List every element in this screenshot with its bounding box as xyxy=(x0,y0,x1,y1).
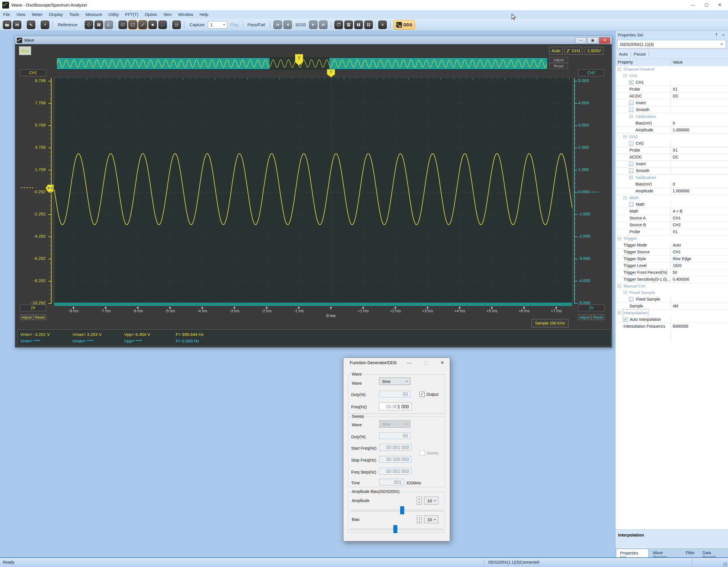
layers-icon[interactable] xyxy=(172,21,181,29)
tab-filter[interactable]: Filter xyxy=(682,549,698,557)
sample-rate-button[interactable]: Sample 100 KHz xyxy=(531,319,569,328)
toolbar-grip[interactable] xyxy=(52,21,53,28)
fg-freq-step-input[interactable]: 00 001 000 xyxy=(379,468,412,475)
fg-bias-slider-thumb[interactable] xyxy=(393,525,397,533)
capture-count-select[interactable]: 1 xyxy=(208,21,227,28)
auto-trigger-mode-button[interactable]: Auto xyxy=(549,47,563,55)
menu-measure[interactable]: Measure xyxy=(82,10,105,19)
menu-display[interactable]: Display xyxy=(46,10,66,19)
collapse-toggle-icon[interactable] xyxy=(629,115,633,118)
auto-button[interactable]: Auto xyxy=(619,52,628,56)
ch2-reset-button[interactable]: Reset xyxy=(592,315,604,320)
property-row[interactable]: Sample4M xyxy=(615,303,728,310)
color-grid-icon[interactable] xyxy=(158,21,167,29)
fg-sweep-checkbox[interactable]: Sweep xyxy=(420,451,439,456)
fg-amplitude-slider-thumb[interactable] xyxy=(400,506,404,514)
collapse-toggle-icon[interactable] xyxy=(617,285,621,288)
property-row[interactable]: Bias(mV)0 xyxy=(615,120,728,127)
fg-close-icon[interactable]: ✕ xyxy=(439,360,445,366)
line-draw-icon[interactable] xyxy=(138,21,147,29)
checkbox-checked-icon[interactable]: ✓ xyxy=(629,80,633,85)
fg-dialog-titlebar[interactable]: Function Generator/DDS — ▢ ✕ xyxy=(343,358,450,368)
stop-icon[interactable] xyxy=(148,21,157,29)
checkbox-unchecked-icon[interactable] xyxy=(629,101,633,105)
help-icon[interactable]: ? xyxy=(41,21,49,29)
property-row[interactable]: ProbeX1 xyxy=(615,228,728,235)
property-row[interactable]: Trigger SourceCH1 xyxy=(615,249,728,255)
card-icon[interactable] xyxy=(118,21,127,29)
tile-grid-icon[interactable] xyxy=(364,21,373,29)
wave-close-icon[interactable]: ✕ xyxy=(599,37,610,44)
autoset-icon[interactable] xyxy=(85,21,93,29)
checkbox-checked-icon[interactable]: ✓ xyxy=(623,317,627,322)
split-columns-icon[interactable] xyxy=(95,21,103,29)
fg-duty-input[interactable]: 50 xyxy=(379,391,410,398)
property-row[interactable]: ✓CH1 xyxy=(615,79,728,86)
step-forward-icon[interactable] xyxy=(309,21,318,29)
overview-adjust-button[interactable]: Adjust xyxy=(549,57,568,63)
fg-bias-range-select[interactable]: 10 xyxy=(424,515,438,523)
property-row[interactable]: Source BCH2 xyxy=(615,222,728,228)
menu-help[interactable]: Help xyxy=(196,10,211,19)
property-row[interactable]: CH2 xyxy=(615,140,728,147)
device-select[interactable]: ISDS205X(1.1)(3) xyxy=(617,40,726,48)
ch1-adjust-button[interactable]: Adjust xyxy=(20,315,33,320)
toolbar-grip[interactable] xyxy=(269,21,271,28)
property-row[interactable]: ProbeX1 xyxy=(615,147,728,154)
property-row[interactable]: Source ACH1 xyxy=(615,215,728,222)
property-row[interactable]: Amplitude1.000000 xyxy=(615,127,728,134)
collapse-toggle-icon[interactable] xyxy=(623,291,627,294)
collapse-toggle-icon[interactable] xyxy=(617,67,621,71)
overview-reset-button[interactable]: Reset xyxy=(549,63,568,69)
snapshot-icon[interactable] xyxy=(128,21,137,29)
property-row[interactable]: Bias(mV)0 xyxy=(615,181,728,188)
menu-utility[interactable]: Utility xyxy=(105,10,122,19)
checkbox-unchecked-icon[interactable] xyxy=(629,168,633,173)
property-row[interactable]: Trigger Level1920 xyxy=(615,262,728,269)
collapse-toggle-icon[interactable] xyxy=(617,311,621,315)
property-row[interactable]: Amplitude1.000000 xyxy=(615,188,728,194)
property-row[interactable]: Invert xyxy=(615,100,728,106)
property-group-row[interactable]: CH2 xyxy=(615,134,728,140)
collapse-toggle-icon[interactable] xyxy=(617,237,621,240)
close-icon[interactable]: ✕ xyxy=(713,0,726,10)
trigger-position-flag[interactable]: T xyxy=(295,54,303,66)
fg-minimize-icon[interactable]: — xyxy=(406,360,412,366)
maximize-icon[interactable]: ▢ xyxy=(700,0,713,10)
checkbox-unchecked-icon[interactable] xyxy=(629,202,633,206)
wave-window-titlebar[interactable]: Wave — ▣ ✕ xyxy=(15,36,612,44)
trigger-source-button[interactable]: CH1 xyxy=(565,47,583,55)
skip-first-icon[interactable] xyxy=(273,21,282,29)
property-row[interactable]: Trigger StyleRise Edge xyxy=(615,255,728,262)
fg-output-checkbox[interactable]: ✓ Output xyxy=(420,392,438,397)
checkbox-checked-icon[interactable]: ✓ xyxy=(420,392,425,397)
reference-button[interactable]: Reference xyxy=(56,22,79,27)
save-icon[interactable] xyxy=(13,21,21,29)
trigger-level-button[interactable]: 1.920V xyxy=(585,47,604,55)
add-column-icon[interactable] xyxy=(105,21,113,29)
wave-restore-icon[interactable]: ▣ xyxy=(587,37,598,44)
toolbar-grip[interactable] xyxy=(184,21,185,28)
property-group-row[interactable]: Calibration xyxy=(615,174,728,181)
fg-bias-stepper[interactable]: ▲▼ xyxy=(417,515,422,523)
property-row[interactable]: Math xyxy=(615,201,728,208)
menu-option[interactable]: Option xyxy=(142,10,160,19)
fg-wave-select[interactable]: Sine xyxy=(379,378,410,385)
menu-meter[interactable]: Meter xyxy=(28,10,46,19)
tools-hammer-icon[interactable] xyxy=(27,21,35,29)
property-row[interactable]: Fixed Sample xyxy=(615,296,728,303)
passfail-button[interactable]: Pass/Fail xyxy=(246,22,267,27)
collapse-toggle-icon[interactable] xyxy=(623,135,627,138)
property-row[interactable]: Trigger Front Percent(%)50 xyxy=(615,269,728,276)
property-row[interactable]: Trigger ModeAuto xyxy=(615,242,728,249)
checkbox-unchecked-icon[interactable] xyxy=(629,107,633,112)
property-group-row[interactable]: CH1 xyxy=(615,73,728,79)
menu-view[interactable]: View xyxy=(13,10,28,19)
fg-maximize-icon[interactable]: ▢ xyxy=(423,360,429,366)
scope-plot[interactable] xyxy=(54,77,572,303)
menu-file[interactable]: File xyxy=(0,10,13,19)
property-group-row[interactable]: Channel Control xyxy=(615,66,728,73)
ch2-adjust-button[interactable]: Adjust xyxy=(578,315,591,320)
fg-amplitude-range-select[interactable]: 10 xyxy=(424,497,438,505)
checkbox-unchecked-icon[interactable] xyxy=(629,141,633,146)
